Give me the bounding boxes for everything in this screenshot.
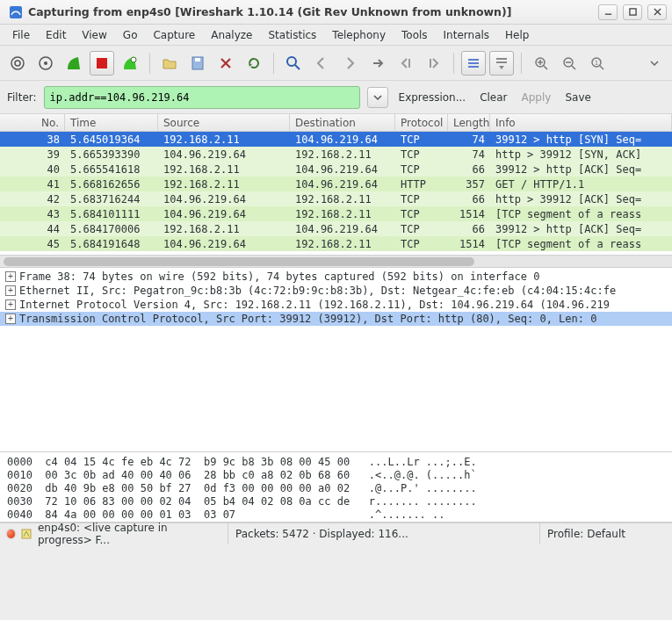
packet-row[interactable]: 425.683716244104.96.219.64192.168.2.11TC… xyxy=(0,191,672,206)
status-profile[interactable]: Profile: Default xyxy=(540,523,672,544)
column-length[interactable]: Length xyxy=(448,114,490,131)
details-tcp-text: Transmission Control Protocol, Src Port:… xyxy=(19,313,596,325)
svg-point-10 xyxy=(287,57,296,66)
window-maximize-button[interactable] xyxy=(623,4,642,20)
expand-icon[interactable]: + xyxy=(5,285,16,296)
zoom-in-icon[interactable] xyxy=(529,51,553,76)
go-forward-icon[interactable] xyxy=(337,51,362,76)
column-info[interactable]: Info xyxy=(490,114,672,131)
open-file-icon[interactable] xyxy=(157,51,182,76)
zoom-out-icon[interactable] xyxy=(557,51,582,76)
preferences-icon[interactable] xyxy=(20,528,33,540)
reload-icon[interactable] xyxy=(242,51,266,76)
close-file-icon[interactable] xyxy=(213,51,238,76)
toolbar-separator xyxy=(453,53,454,74)
auto-scroll-icon[interactable] xyxy=(489,51,514,76)
expand-icon[interactable]: + xyxy=(5,314,16,324)
hex-line: 0000 c4 04 15 4c fe eb 4c 72 b9 9c b8 3b… xyxy=(7,456,477,468)
cell-time: 5.684170006 xyxy=(65,223,158,235)
svg-rect-15 xyxy=(496,61,507,63)
packet-list-header: No. Time Source Destination Protocol Len… xyxy=(0,114,672,132)
expand-icon[interactable]: + xyxy=(5,271,16,282)
cell-length: 357 xyxy=(448,178,490,191)
start-capture-icon[interactable] xyxy=(61,51,86,76)
column-time[interactable]: Time xyxy=(65,114,158,131)
go-back-icon[interactable] xyxy=(309,51,334,76)
menubar: File Edit View Go Capture Analyze Statis… xyxy=(0,25,672,46)
cell-length: 66 xyxy=(448,163,490,176)
cell-protocol: TCP xyxy=(395,193,448,205)
menu-file[interactable]: File xyxy=(5,26,37,44)
column-source[interactable]: Source xyxy=(158,114,290,131)
filter-input-container xyxy=(44,86,360,109)
details-ip[interactable]: + Internet Protocol Version 4, Src: 192.… xyxy=(0,298,672,312)
packet-list-pane: No. Time Source Destination Protocol Len… xyxy=(0,114,672,268)
menu-edit[interactable]: Edit xyxy=(39,26,73,44)
find-icon[interactable] xyxy=(281,51,306,76)
cell-info: http > 39912 [SYN, ACK] xyxy=(490,148,672,161)
menu-statistics[interactable]: Statistics xyxy=(261,26,323,44)
restart-capture-icon[interactable] xyxy=(118,51,142,76)
packet-list-body[interactable]: 385.645019364192.168.2.11104.96.219.64TC… xyxy=(0,132,672,255)
capture-options-icon[interactable] xyxy=(33,51,58,76)
cell-protocol: TCP xyxy=(395,163,448,176)
packet-row[interactable]: 435.684101111104.96.219.64192.168.2.11TC… xyxy=(0,206,672,221)
interfaces-icon[interactable] xyxy=(5,51,30,76)
zoom-reset-icon[interactable]: 1 xyxy=(585,51,610,76)
packet-details-pane[interactable]: + Frame 38: 74 bytes on wire (592 bits),… xyxy=(0,268,672,452)
status-interface[interactable]: enp4s0: <live capture in progress> F... xyxy=(0,523,228,544)
menu-view[interactable]: View xyxy=(75,26,113,44)
filter-dropdown-button[interactable] xyxy=(367,87,388,108)
capture-led-icon xyxy=(7,530,15,538)
go-last-icon[interactable] xyxy=(422,51,446,76)
column-no[interactable]: No. xyxy=(0,114,65,131)
save-file-icon[interactable] xyxy=(185,51,210,76)
cell-no: 45 xyxy=(0,238,65,250)
details-frame[interactable]: + Frame 38: 74 bytes on wire (592 bits),… xyxy=(0,270,672,284)
more-icon[interactable] xyxy=(642,51,667,76)
packet-row[interactable]: 415.668162656192.168.2.11104.96.219.64HT… xyxy=(0,177,672,191)
menu-help[interactable]: Help xyxy=(498,26,536,44)
column-protocol[interactable]: Protocol xyxy=(395,114,448,131)
stop-capture-icon[interactable] xyxy=(90,51,114,76)
toolbar-separator xyxy=(273,53,274,74)
packet-list-scrollbar[interactable] xyxy=(0,255,672,267)
cell-source: 104.96.219.64 xyxy=(158,148,290,161)
hex-line: 0040 84 4a 00 00 00 00 01 03 03 07 .^...… xyxy=(7,508,445,521)
cell-length: 1514 xyxy=(448,208,490,220)
expand-icon[interactable]: + xyxy=(5,299,16,310)
menu-capture[interactable]: Capture xyxy=(146,26,202,44)
packet-row[interactable]: 395.665393390104.96.219.64192.168.2.11TC… xyxy=(0,147,672,162)
filter-save-button[interactable]: Save xyxy=(561,90,594,105)
packet-bytes-pane[interactable]: 0000 c4 04 15 4c fe eb 4c 72 b9 9c b8 3b… xyxy=(0,452,672,523)
packet-row[interactable]: 405.665541618192.168.2.11104.96.219.64TC… xyxy=(0,162,672,177)
cell-source: 192.168.2.11 xyxy=(158,133,290,146)
filter-expression-button[interactable]: Expression... xyxy=(395,90,470,105)
go-first-icon[interactable] xyxy=(394,51,418,76)
svg-point-2 xyxy=(11,57,24,69)
details-tcp[interactable]: + Transmission Control Protocol, Src Por… xyxy=(0,312,672,326)
colorize-icon[interactable] xyxy=(461,51,486,76)
menu-telephony[interactable]: Telephony xyxy=(325,26,393,44)
filter-apply-button[interactable]: Apply xyxy=(518,90,555,105)
column-destination[interactable]: Destination xyxy=(290,114,395,131)
menu-analyze[interactable]: Analyze xyxy=(204,26,259,44)
window-close-button[interactable] xyxy=(647,4,667,20)
packet-row[interactable]: 385.645019364192.168.2.11104.96.219.64TC… xyxy=(0,132,672,147)
go-to-icon[interactable] xyxy=(365,51,390,76)
details-ethernet[interactable]: + Ethernet II, Src: Pegatron_9c:b8:3b (4… xyxy=(0,284,672,298)
filter-input[interactable] xyxy=(50,91,354,104)
filter-clear-button[interactable]: Clear xyxy=(476,90,510,105)
cell-source: 192.168.2.11 xyxy=(158,223,290,235)
cell-destination: 192.168.2.11 xyxy=(290,208,395,220)
menu-internals[interactable]: Internals xyxy=(437,26,497,44)
cell-source: 192.168.2.11 xyxy=(158,163,290,176)
menu-tools[interactable]: Tools xyxy=(394,26,435,44)
window-minimize-button[interactable] xyxy=(598,4,618,20)
svg-rect-9 xyxy=(195,58,200,61)
packet-row[interactable]: 445.684170006192.168.2.11104.96.219.64TC… xyxy=(0,221,672,236)
cell-source: 104.96.219.64 xyxy=(158,193,290,205)
menu-go[interactable]: Go xyxy=(116,26,145,44)
packet-row[interactable]: 455.684191648104.96.219.64192.168.2.11TC… xyxy=(0,236,672,251)
cell-length: 66 xyxy=(448,193,490,205)
